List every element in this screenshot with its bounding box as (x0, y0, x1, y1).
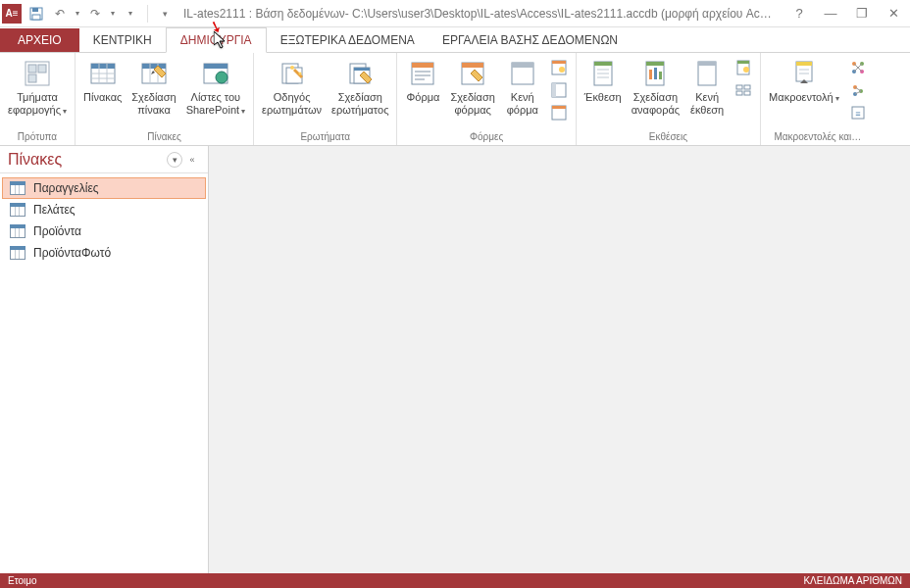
more-forms-button[interactable] (548, 102, 570, 123)
query-wizard-button[interactable]: Οδηγόςερωτημάτων (258, 55, 326, 119)
app-icon: A≡ (2, 4, 22, 24)
window-controls: ? — ❐ ✕ (784, 3, 908, 24)
query-design-icon (344, 58, 376, 89)
group-label-macros: Μακροεντολές και… (765, 130, 871, 143)
nav-header: Πίνακες ▾ « (0, 146, 208, 173)
report-design-icon (639, 58, 671, 89)
nav-item-label: Παραγγελίες (33, 181, 99, 195)
svg-rect-5 (38, 65, 46, 73)
table-design-icon (138, 58, 170, 89)
query-wizard-icon (277, 58, 308, 89)
nav-header-title[interactable]: Πίνακες (8, 151, 165, 169)
report-label: Έκθεση (584, 91, 622, 104)
blank-form-label: Κενήφόρμα (507, 91, 538, 116)
help-button[interactable]: ? (784, 3, 814, 24)
form-design-label: Σχεδίασηφόρμας (450, 91, 494, 116)
status-numlock: ΚΛΕΙΔΩΜΑ ΑΡΙΘΜΩΝ (803, 575, 902, 586)
form-wizard-button[interactable] (548, 57, 570, 78)
table-design-button[interactable]: Σχεδίασηπίνακα (127, 55, 179, 119)
form-design-button[interactable]: Σχεδίασηφόρμας (446, 55, 498, 119)
qat-customize[interactable]: ▾ (120, 3, 141, 24)
group-label-templates: Πρότυπα (4, 130, 71, 143)
report-button[interactable]: Έκθεση (581, 55, 626, 107)
nav-dropdown-button[interactable]: ▾ (167, 152, 182, 168)
sharepoint-lists-button[interactable]: Λίστες τουSharePoint (182, 55, 249, 119)
form-button[interactable]: Φόρμα (401, 55, 444, 107)
query-design-button[interactable]: Σχεδίασηερωτήματος (328, 55, 392, 119)
blank-form-button[interactable]: Κενήφόρμα (501, 55, 544, 119)
redo-button[interactable]: ↷ (84, 3, 106, 24)
tab-database-tools[interactable]: ΕΡΓΑΛΕΙΑ ΒΑΣΗΣ ΔΕΔΟΜΕΝΩΝ (429, 28, 632, 52)
undo-dropdown[interactable]: ▾ (73, 3, 82, 24)
svg-rect-44 (594, 62, 612, 66)
close-button[interactable]: ✕ (879, 3, 908, 24)
navigation-button[interactable] (548, 79, 570, 101)
svg-point-19 (216, 72, 228, 83)
svg-rect-29 (415, 71, 430, 73)
report-wizard-button[interactable] (733, 57, 754, 78)
svg-rect-14 (142, 64, 166, 69)
svg-rect-51 (654, 68, 657, 79)
ribbon-group-reports: Έκθεση Σχεδίασηαναφοράς Κενήέκθεση Εκθέσ… (577, 53, 761, 145)
restore-button[interactable]: ❐ (847, 3, 877, 24)
sharepoint-icon (200, 58, 231, 89)
nav-item-label: Πελάτες (33, 203, 76, 217)
ribbon-group-macros: Μακροεντολή ≡ Μακροεντολές και… (761, 53, 875, 145)
table-label: Πίνακας (83, 91, 122, 104)
tab-home[interactable]: ΚΕΝΤΡΙΚΗ (79, 28, 166, 52)
redo-dropdown[interactable]: ▾ (108, 3, 118, 24)
nav-item-label: ΠροϊόνταΦωτό (33, 246, 111, 260)
form-label: Φόρμα (407, 91, 440, 104)
tab-external-data[interactable]: ΕΞΩΤΕΡΙΚΑ ΔΕΔΟΜΕΝΑ (267, 28, 429, 52)
module-button[interactable] (847, 57, 869, 78)
report-design-button[interactable]: Σχεδίασηαναφοράς (628, 55, 683, 119)
blank-report-icon (691, 58, 723, 89)
blank-report-label: Κενήέκθεση (690, 91, 724, 116)
svg-point-23 (298, 73, 301, 75)
visual-basic-button[interactable]: ≡ (847, 102, 869, 123)
table-object-icon (10, 224, 25, 238)
svg-rect-31 (415, 78, 425, 80)
svg-line-75 (855, 87, 861, 91)
minimize-button[interactable]: — (816, 3, 845, 24)
app-parts-label: Τμήματαεφαρμογής (8, 91, 67, 116)
svg-rect-18 (204, 64, 228, 69)
qat-separator (147, 5, 148, 23)
svg-rect-52 (659, 72, 662, 79)
class-module-button[interactable] (847, 79, 869, 101)
group-label-forms: Φόρμες (401, 130, 571, 143)
tab-file[interactable]: ΑΡΧΕΙΟ (0, 28, 79, 52)
nav-item-products[interactable]: Προϊόντα (2, 220, 206, 242)
query-design-label: Σχεδίασηερωτήματος (331, 91, 388, 116)
table-button[interactable]: Πίνακας (79, 55, 126, 107)
tab-create[interactable]: ΔΗΜΙΟΥΡΓΙΑ (166, 27, 267, 53)
nav-collapse-button[interactable]: « (184, 152, 200, 168)
query-wizard-label: Οδηγόςερωτημάτων (262, 91, 322, 116)
blank-report-button[interactable]: Κενήέκθεση (685, 55, 729, 119)
svg-rect-54 (698, 62, 716, 66)
svg-point-38 (559, 67, 565, 73)
nav-item-label: Προϊόντα (33, 224, 81, 238)
sharepoint-label: Λίστες τουSharePoint (186, 91, 245, 116)
svg-rect-33 (462, 63, 483, 68)
nav-item-products-photo[interactable]: ΠροϊόνταΦωτό (2, 242, 206, 264)
qat-more[interactable]: ▾ (154, 3, 176, 24)
nav-item-customers[interactable]: Πελάτες (2, 199, 206, 220)
ribbon-group-tables: Πίνακας Σχεδίασηπίνακα Λίστες τουSharePo… (76, 53, 254, 145)
ribbon: Τμήματαεφαρμογής Πρότυπα Πίνακας Σχεδίασ… (0, 53, 910, 146)
app-parts-button[interactable]: Τμήματαεφαρμογής (4, 55, 71, 119)
reports-small-buttons (731, 55, 756, 103)
svg-rect-4 (28, 65, 36, 73)
svg-rect-40 (552, 83, 556, 97)
labels-button[interactable] (733, 79, 754, 101)
svg-rect-2 (32, 15, 40, 20)
ribbon-group-forms: Φόρμα Σχεδίασηφόρμας Κενήφόρμα Φόρμες (397, 53, 576, 145)
nav-item-orders[interactable]: Παραγγελίες (2, 177, 206, 199)
macro-button[interactable]: Μακροεντολή (765, 55, 843, 107)
undo-button[interactable]: ↶ (49, 3, 71, 24)
table-object-icon (10, 203, 25, 217)
form-icon (407, 58, 438, 89)
save-button[interactable] (25, 3, 47, 24)
window-title: IL-ates2111 : Βάση δεδομένων- C:\Users\u… (176, 7, 784, 21)
macro-label: Μακροεντολή (769, 91, 839, 104)
